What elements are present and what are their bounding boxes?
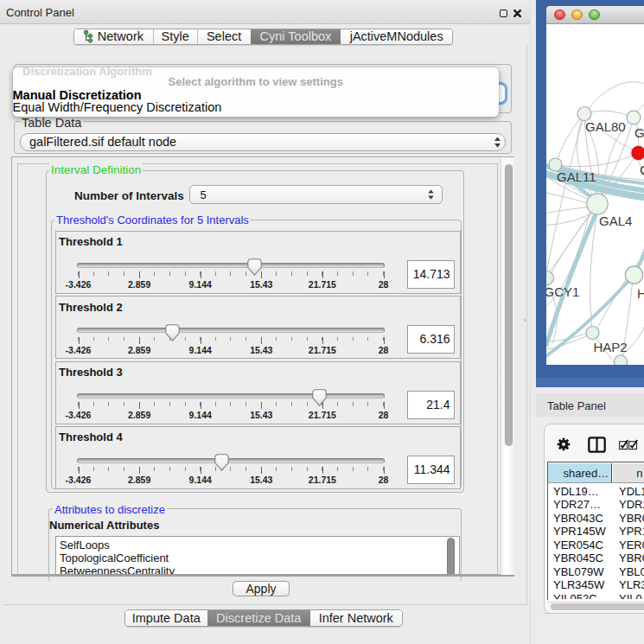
svg-text:GA: GA	[634, 125, 644, 140]
svg-text:GCY1: GCY1	[546, 284, 579, 299]
svg-text:C: C	[640, 162, 644, 176]
svg-text:GAL80: GAL80	[585, 119, 626, 134]
svg-text:HAP2: HAP2	[593, 340, 627, 354]
svg-text:GAL4: GAL4	[599, 214, 632, 228]
svg-text:GAL11: GAL11	[557, 169, 596, 183]
svg-text:H: H	[637, 286, 644, 301]
